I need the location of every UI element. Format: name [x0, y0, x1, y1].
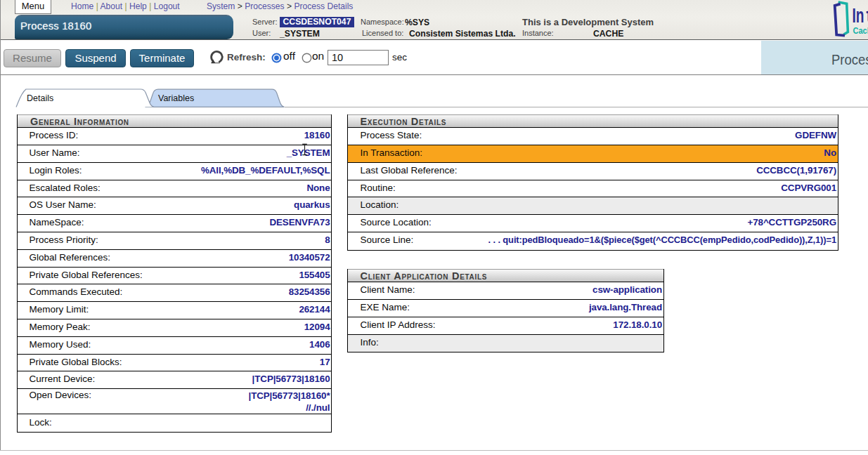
svg-text:In: In	[853, 4, 864, 27]
svg-text:Cach: Cach	[853, 26, 868, 36]
svg-text:Variables: Variables	[158, 93, 194, 103]
svg-text:Details: Details	[27, 93, 53, 103]
